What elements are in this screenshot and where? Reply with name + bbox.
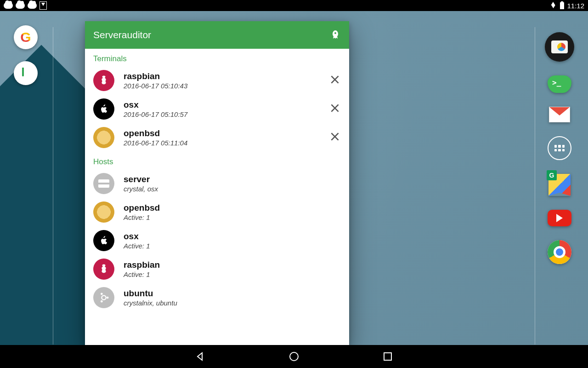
host-sub: crystalnix, ubuntu [124,299,341,307]
terminal-timestamp: 2016-06-17 05:10:43 [124,82,320,90]
voice-search-button[interactable] [14,61,38,85]
terminal-row[interactable]: osx 2016-06-17 05:10:57 [85,95,349,123]
notification-cloud-icon [28,2,37,9]
host-sub: Active: 1 [124,242,341,250]
svg-point-0 [102,295,106,299]
nav-home-button[interactable] [288,351,300,362]
server-icon [93,173,114,194]
svg-point-4 [290,352,298,361]
terminal-name: openbsd [124,128,320,138]
ubuntu-icon [93,287,114,308]
status-bar: 11:12 [0,0,588,11]
battery-icon [560,2,564,9]
app-header: Serverauditor [85,21,349,49]
google-maps-app-icon[interactable]: G [548,174,571,196]
host-name: raspbian [124,260,341,270]
google-g-icon: G [20,29,31,45]
openbsd-icon [93,127,114,148]
status-clock: 11:12 [567,2,584,10]
quick-connect-icon[interactable] [330,29,341,40]
nav-recent-button[interactable] [382,351,393,362]
camera-app-icon[interactable] [545,32,574,62]
hosts-section-label: Hosts [85,152,349,169]
app-title: Serverauditor [93,29,151,40]
close-terminal-button[interactable] [329,74,341,87]
svg-point-1 [107,297,109,299]
svg-point-2 [101,293,103,295]
terminals-section-label: Terminals [85,49,349,66]
google-search-button[interactable]: G [14,25,38,49]
svg-rect-5 [384,353,391,360]
terminal-name: raspbian [124,71,320,81]
serverauditor-widget: Serverauditor Terminals raspbian 2016-06… [85,21,349,345]
dock-right-column: G [545,32,574,264]
terminal-row[interactable]: openbsd 2016-06-17 05:11:04 [85,123,349,152]
raspbian-icon [93,259,114,280]
terminal-name: osx [124,100,320,110]
mic-icon [22,68,29,79]
host-sub: Active: 1 [124,270,341,278]
gmail-app-icon[interactable] [549,107,570,122]
host-sub: Active: 1 [124,213,341,221]
youtube-app-icon[interactable] [548,210,571,226]
close-terminal-button[interactable] [329,102,341,116]
all-apps-button[interactable] [548,136,571,160]
terminal-timestamp: 2016-06-17 05:10:57 [124,110,320,118]
host-name: openbsd [124,203,341,213]
svg-point-3 [101,300,103,303]
close-terminal-button[interactable] [329,131,341,144]
download-icon [40,1,47,10]
host-row[interactable]: server crystal, osx [85,169,349,198]
nav-back-button[interactable] [195,351,206,362]
serverauditor-app-icon[interactable] [548,75,571,93]
terminal-row[interactable]: raspbian 2016-06-17 05:10:43 [85,66,349,95]
host-row[interactable]: ubuntu crystalnix, ubuntu [85,283,349,312]
host-name: osx [124,231,341,242]
apple-icon [93,230,114,251]
launcher-left-column: G [14,25,38,85]
terminal-timestamp: 2016-06-17 05:11:04 [124,139,320,147]
host-row[interactable]: openbsd Active: 1 [85,198,349,226]
notification-cloud-icon [16,2,25,9]
navigation-bar [0,345,588,368]
host-row[interactable]: raspbian Active: 1 [85,255,349,283]
host-row[interactable]: osx Active: 1 [85,226,349,255]
notification-cloud-icon [4,2,13,9]
chrome-app-icon[interactable] [548,240,571,264]
host-name: ubuntu [124,288,341,299]
host-name: server [124,174,341,184]
apple-icon [93,98,114,120]
host-sub: crystal, osx [124,185,341,193]
wifi-icon [549,2,557,8]
raspbian-icon [93,70,114,91]
openbsd-icon [93,201,114,223]
apps-grid-icon [554,145,565,151]
